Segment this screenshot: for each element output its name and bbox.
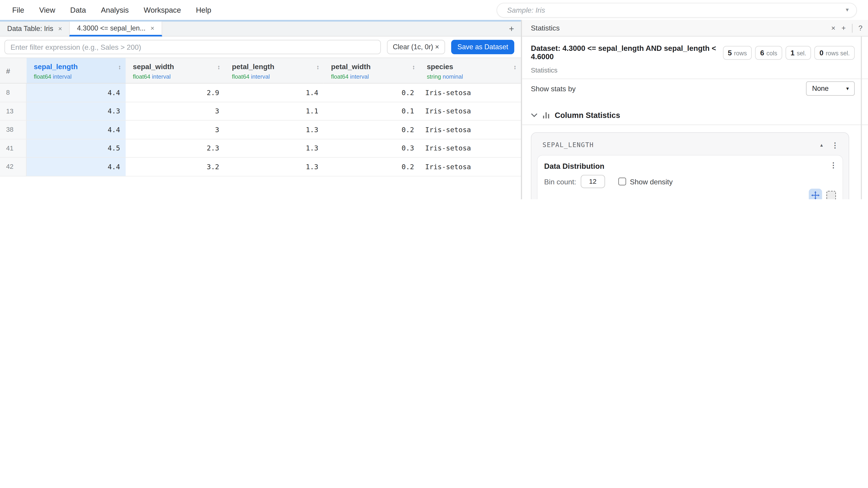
- column-header-petal-width[interactable]: petal_width ↕ float64 interval: [324, 58, 420, 84]
- table-cell[interactable]: 4.5: [27, 139, 126, 158]
- chevron-down-icon: ▼: [845, 7, 850, 13]
- row-index[interactable]: 8: [0, 84, 27, 102]
- column-name: petal_width: [331, 63, 370, 71]
- table-cell[interactable]: 0.2: [324, 158, 420, 176]
- table-cell[interactable]: 0.2: [324, 121, 420, 139]
- column-kind: interval: [251, 73, 270, 79]
- dataset-badges: 5rows 6cols 1sel. 0rows sel.: [723, 46, 855, 59]
- table-cell[interactable]: Iris-setosa: [420, 102, 521, 121]
- menu-item-file[interactable]: File: [12, 6, 24, 14]
- table-cell[interactable]: Iris-setosa: [420, 139, 521, 158]
- table-cell[interactable]: 1.3: [225, 121, 324, 139]
- tabstrip-spacer: [162, 22, 502, 36]
- table-cell[interactable]: 1.3: [225, 158, 324, 176]
- column-kind: interval: [53, 73, 72, 79]
- divider: [852, 24, 852, 32]
- show-stats-by-label: Show stats by: [531, 84, 576, 93]
- table-cell[interactable]: 1.1: [225, 102, 324, 121]
- menu-item-help[interactable]: Help: [196, 6, 211, 14]
- kebab-menu-icon[interactable]: ⋮: [830, 161, 837, 169]
- column-header-sepal-length[interactable]: sepal_length ↕ float64 interval: [27, 58, 126, 84]
- selected-rows-badge: 0rows sel.: [814, 46, 855, 59]
- column-header-sepal-width[interactable]: sepal_width ↕ float64 interval: [126, 58, 225, 84]
- table-cell[interactable]: 0.1: [324, 102, 420, 121]
- save-as-dataset-button[interactable]: Save as Dataset: [452, 40, 514, 54]
- row-index[interactable]: 42: [0, 158, 27, 176]
- table-cell[interactable]: 4.3: [27, 102, 126, 121]
- show-stats-by-select[interactable]: None ▼: [806, 81, 855, 96]
- menu-items: File View Data Analysis Workspace Help: [12, 6, 211, 14]
- tab-strip: Data Table: Iris × 4.3000 <= sepal_len..…: [0, 20, 521, 36]
- table-cell[interactable]: 3: [126, 102, 225, 121]
- statistics-panel-title: Statistics: [531, 24, 560, 32]
- pan-tool-button[interactable]: [809, 189, 822, 199]
- statistics-panel-header: Statistics × + ?: [522, 20, 868, 36]
- data-distribution-card: ⋮ Data Distribution Bin count: Show dens…: [537, 155, 843, 199]
- tab-filtered-dataset[interactable]: 4.3000 <= sepal_len... ×: [69, 22, 162, 37]
- cols-badge: 6cols: [755, 46, 782, 59]
- statistics-section-label: Statistics: [531, 66, 855, 74]
- tab-label: 4.3000 <= sepal_len...: [77, 24, 146, 32]
- data-table: # sepal_length ↕ float64 interval sepal_…: [0, 58, 521, 176]
- column-header-petal-length[interactable]: petal_length ↕ float64 interval: [225, 58, 324, 84]
- column-kind: interval: [152, 73, 170, 79]
- box-select-tool-button[interactable]: [827, 191, 836, 199]
- select-value: None: [812, 85, 829, 92]
- selected-cols-badge: 1sel.: [785, 46, 811, 59]
- column-kind: interval: [350, 73, 369, 79]
- table-cell[interactable]: 3: [126, 121, 225, 139]
- table-cell[interactable]: Iris-setosa: [420, 121, 521, 139]
- row-index[interactable]: 38: [0, 121, 27, 139]
- menu-item-data[interactable]: Data: [70, 6, 86, 14]
- menu-item-view[interactable]: View: [39, 6, 55, 14]
- table-cell[interactable]: 2.9: [126, 84, 225, 102]
- column-card-name: SEPAL_LENGTH: [542, 141, 594, 149]
- close-icon[interactable]: ×: [58, 25, 62, 33]
- close-icon[interactable]: ×: [151, 24, 154, 32]
- menu-item-workspace[interactable]: Workspace: [144, 6, 181, 14]
- menu-item-analysis[interactable]: Analysis: [101, 6, 129, 14]
- row-index[interactable]: 13: [0, 102, 27, 121]
- add-tab-button[interactable]: +: [502, 22, 521, 36]
- sort-icon: ↕: [118, 63, 121, 70]
- collapse-icon[interactable]: ▲: [819, 142, 824, 148]
- add-icon[interactable]: +: [842, 24, 846, 32]
- panel-scrollbar[interactable]: [861, 37, 862, 199]
- kebab-menu-icon[interactable]: ⋮: [831, 141, 839, 149]
- tab-data-table-iris[interactable]: Data Table: Iris ×: [0, 22, 69, 36]
- table-cell[interactable]: 0.3: [324, 139, 420, 158]
- table-empty-area: [0, 176, 521, 199]
- divider: [522, 125, 868, 125]
- table-cell[interactable]: 1.3: [225, 139, 324, 158]
- table-cell[interactable]: Iris-setosa: [420, 158, 521, 176]
- index-column-header: #: [0, 58, 27, 84]
- table-cell[interactable]: Iris-setosa: [420, 84, 521, 102]
- app-window: File View Data Analysis Workspace Help S…: [0, 0, 868, 199]
- table-cell[interactable]: 4.4: [27, 121, 126, 139]
- sort-icon: ↕: [513, 63, 516, 70]
- table-cell[interactable]: 2.3: [126, 139, 225, 158]
- help-icon[interactable]: ?: [859, 24, 863, 32]
- row-index[interactable]: 41: [0, 139, 27, 158]
- show-density-checkbox[interactable]: [618, 177, 626, 185]
- filter-expression-input[interactable]: [4, 40, 381, 54]
- clear-filter-button[interactable]: Clear (1c, 0r) ×: [387, 40, 445, 54]
- work-area: Data Table: Iris × 4.3000 <= sepal_len..…: [0, 20, 868, 199]
- tab-label: Data Table: Iris: [7, 25, 53, 33]
- table-cell[interactable]: 1.4: [225, 84, 324, 102]
- bar-chart-icon: [542, 111, 550, 119]
- table-cell[interactable]: 0.2: [324, 84, 420, 102]
- column-type: float64: [232, 73, 249, 79]
- menu-bar: File View Data Analysis Workspace Help S…: [0, 0, 868, 20]
- dataset-selector[interactable]: Sample: Iris ▼: [497, 2, 857, 18]
- bin-count-input[interactable]: [581, 175, 605, 188]
- table-cell[interactable]: 4.4: [27, 84, 126, 102]
- filter-bar: Clear (1c, 0r) × Save as Dataset: [0, 37, 521, 58]
- column-header-species[interactable]: species ↕ string nominal: [420, 58, 521, 84]
- main-area: Data Table: Iris × 4.3000 <= sepal_len..…: [0, 20, 521, 199]
- close-icon[interactable]: ×: [831, 24, 835, 32]
- table-cell[interactable]: 3.2: [126, 158, 225, 176]
- table-cell[interactable]: 4.4: [27, 158, 126, 176]
- column-name: petal_length: [232, 63, 274, 71]
- collapse-chevron-icon[interactable]: [531, 113, 537, 118]
